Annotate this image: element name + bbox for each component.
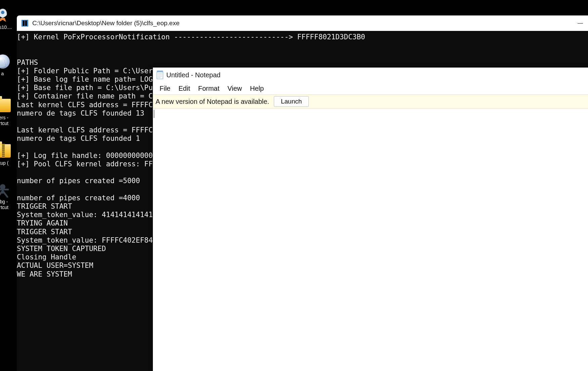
window-controls: — bbox=[577, 20, 583, 26]
desktop-icon-label: a bbox=[1, 71, 4, 77]
desktop-icon-dbg-shortcut[interactable]: 64 dbg - ortcut bbox=[0, 180, 16, 210]
terminal-titlebar[interactable]: C:\Users\ricnar\Desktop\New folder (5)\c… bbox=[17, 15, 588, 31]
disc-icon bbox=[0, 53, 11, 70]
folder-icon bbox=[0, 97, 11, 114]
desktop-icon-label: dbg - ortcut bbox=[0, 199, 8, 210]
notepad-textarea[interactable] bbox=[153, 109, 588, 371]
svg-rect-3 bbox=[157, 72, 163, 79]
menu-help[interactable]: Help bbox=[246, 84, 268, 93]
menu-file[interactable]: File bbox=[156, 84, 174, 93]
svg-rect-4 bbox=[157, 71, 163, 72]
desktop-icon-label: vers - ortcut bbox=[0, 115, 8, 126]
update-banner-text: A new version of Notepad is available. bbox=[156, 98, 269, 106]
notepad-icon bbox=[156, 71, 164, 79]
desktop-icon-a[interactable]: a bbox=[0, 46, 16, 77]
update-banner: A new version of Notepad is available. L… bbox=[153, 94, 588, 109]
desktop-icon-label: ows10.... bbox=[0, 25, 12, 30]
cmd-icon bbox=[22, 20, 28, 27]
menu-view[interactable]: View bbox=[223, 84, 246, 93]
desktop-icon-vers-shortcut[interactable]: vers - ortcut bbox=[0, 96, 16, 126]
desktop-icon-label: etup ( bbox=[0, 160, 8, 166]
notepad-title: Untitled - Notepad bbox=[166, 71, 220, 79]
text-cursor bbox=[154, 110, 154, 118]
menu-format[interactable]: Format bbox=[194, 84, 223, 93]
notepad-window[interactable]: Untitled - Notepad File Edit Format View… bbox=[153, 68, 588, 371]
minimize-button[interactable]: — bbox=[577, 20, 583, 26]
svg-point-0 bbox=[1, 11, 4, 14]
notepad-menubar: File Edit Format View Help bbox=[153, 82, 588, 94]
rocket-icon bbox=[0, 7, 11, 23]
zip-folder-icon bbox=[0, 143, 11, 159]
desktop-icon-windows10[interactable]: ows10.... bbox=[0, 0, 16, 30]
debugger-icon: 64 bbox=[0, 181, 11, 198]
desktop-icon-etup[interactable]: etup ( bbox=[0, 136, 16, 166]
terminal-title: C:\Users\ricnar\Desktop\New folder (5)\c… bbox=[32, 19, 577, 27]
notepad-titlebar[interactable]: Untitled - Notepad bbox=[153, 68, 588, 82]
menu-edit[interactable]: Edit bbox=[174, 84, 194, 93]
launch-button[interactable]: Launch bbox=[274, 96, 309, 107]
desktop-icons: ows10.... a vers - ortcut etup ( 64 dbg bbox=[0, 0, 17, 210]
